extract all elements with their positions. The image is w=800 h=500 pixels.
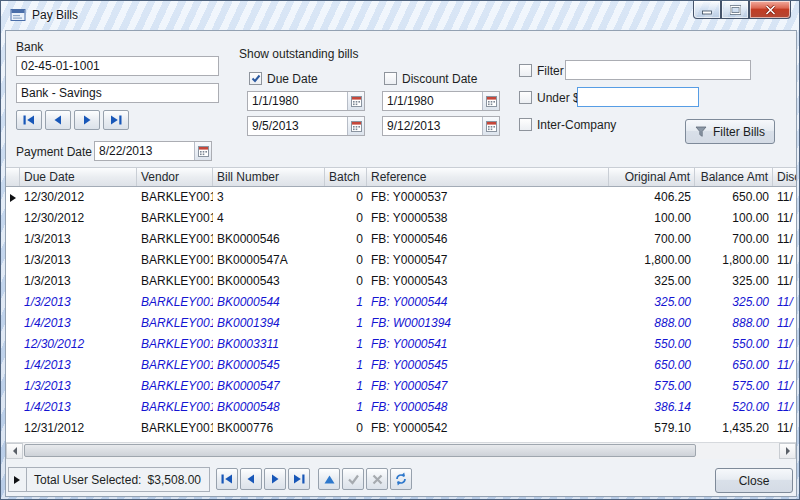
- cell-orig: 575.00: [609, 376, 695, 397]
- discount-from-calendar-button[interactable]: [482, 92, 499, 110]
- column-header-orig[interactable]: Original Amt: [609, 168, 695, 186]
- bank-account-input[interactable]: [16, 56, 219, 76]
- cell-bal: 650.00: [695, 355, 773, 376]
- cell-vendor: BARKLEY001: [137, 208, 213, 229]
- table-row[interactable]: 1/4/2013BARKLEY001BK00005481FB: Y0000548…: [6, 397, 796, 418]
- discount-date-checkbox[interactable]: Discount Date: [384, 71, 477, 86]
- cell-bal: 650.00: [695, 187, 773, 208]
- table-row[interactable]: 1/3/2013BARKLEY001BK0000547A0FB: Y000054…: [6, 250, 796, 271]
- grid-record-nav: [216, 468, 412, 490]
- cell-bill: BK0000547: [213, 376, 325, 397]
- scrollbar-thumb[interactable]: [24, 444, 696, 457]
- table-row[interactable]: 12/31/2012BARKLEY001BK0007760FB: Y000054…: [6, 418, 796, 439]
- bank-first-button[interactable]: [16, 110, 42, 130]
- maximize-button[interactable]: [721, 1, 749, 19]
- prior-record-icon: [244, 473, 258, 485]
- prior-record-icon: [51, 114, 65, 126]
- scroll-left-button[interactable]: [6, 443, 23, 459]
- bank-name-input[interactable]: [16, 83, 219, 103]
- column-header-batch[interactable]: Batch: [325, 168, 367, 186]
- cell-bal: 550.00: [695, 334, 773, 355]
- scroll-right-button[interactable]: [779, 443, 796, 459]
- filter-bills-label: Filter Bills: [713, 125, 765, 139]
- row-marker-cell: [6, 313, 20, 334]
- cell-due: 1/3/2013: [20, 376, 137, 397]
- under-amount-input[interactable]: [577, 87, 699, 107]
- filter-checkbox[interactable]: Filter: [519, 63, 564, 78]
- discount-to-calendar-button[interactable]: [482, 117, 499, 135]
- bank-prior-button[interactable]: [45, 110, 71, 130]
- row-marker-cell: [6, 355, 20, 376]
- table-row[interactable]: 1/3/2013BARKLEY001BK00005430FB: Y0000543…: [6, 271, 796, 292]
- grid-refresh-button[interactable]: [390, 468, 412, 490]
- filter-input[interactable]: [565, 60, 751, 80]
- bank-last-button[interactable]: [103, 110, 129, 130]
- grid-first-button[interactable]: [216, 468, 238, 490]
- table-row[interactable]: 1/3/2013BARKLEY001BK00005441FB: Y0000544…: [6, 292, 796, 313]
- cell-vendor: BARKLEY001: [137, 271, 213, 292]
- cell-orig: 650.00: [609, 355, 695, 376]
- cell-due: 1/4/2013: [20, 355, 137, 376]
- due-to-calendar-button[interactable]: [347, 117, 364, 135]
- calendar-icon: [351, 96, 362, 107]
- grid-post-button[interactable]: [342, 468, 364, 490]
- cell-disc: 11/: [773, 376, 796, 397]
- row-marker-cell: [6, 397, 20, 418]
- cell-orig: 579.10: [609, 418, 695, 439]
- table-row[interactable]: 1/4/2013BARKLEY001BK00013941FB: W0001394…: [6, 313, 796, 334]
- cell-ref: FB: Y0000542: [367, 418, 609, 439]
- bank-record-nav: [16, 110, 129, 130]
- table-row[interactable]: 1/3/2013BARKLEY001BK00005471FB: Y0000547…: [6, 376, 796, 397]
- minimize-button[interactable]: [693, 1, 721, 19]
- table-row[interactable]: 1/4/2013BARKLEY001BK00005451FB: Y0000545…: [6, 355, 796, 376]
- cell-orig: 386.14: [609, 397, 695, 418]
- calendar-icon: [198, 146, 209, 157]
- outstanding-group-label: Show outstanding bills: [239, 47, 358, 61]
- cancel-x-icon: [372, 474, 383, 485]
- window-controls: [693, 1, 791, 19]
- cell-batch: 1: [325, 397, 367, 418]
- edit-record-icon: [323, 474, 336, 485]
- under-checkbox[interactable]: Under $: [519, 90, 580, 105]
- close-button[interactable]: Close: [715, 468, 793, 493]
- table-row[interactable]: 12/30/2012BARKLEY00140FB: Y0000538100.00…: [6, 208, 796, 229]
- filter-label: Filter: [537, 64, 564, 78]
- close-window-button[interactable]: [749, 1, 791, 19]
- grid-last-button[interactable]: [288, 468, 310, 490]
- column-header-vendor[interactable]: Vendor: [137, 168, 213, 186]
- column-header-due[interactable]: Due Date: [20, 168, 137, 186]
- post-check-icon: [347, 474, 360, 485]
- row-marker-cell: [6, 271, 20, 292]
- column-header-disc[interactable]: Disc: [773, 168, 796, 186]
- checkbox-box: [249, 72, 262, 85]
- grid-prior-button[interactable]: [240, 468, 262, 490]
- inter-company-checkbox[interactable]: Inter-Company: [519, 117, 616, 132]
- table-row[interactable]: 12/30/2012BARKLEY00130FB: Y0000537406.25…: [6, 187, 796, 208]
- cell-bill: 4: [213, 208, 325, 229]
- column-header-bill[interactable]: Bill Number: [213, 168, 325, 186]
- last-record-icon: [292, 473, 306, 485]
- payment-date-calendar-button[interactable]: [194, 142, 211, 160]
- horizontal-scrollbar[interactable]: [6, 442, 796, 459]
- cell-bal: 888.00: [695, 313, 773, 334]
- cell-bill: BK0000544: [213, 292, 325, 313]
- grid-edit-button[interactable]: [318, 468, 340, 490]
- table-row[interactable]: 1/3/2013BARKLEY001BK00005460FB: Y0000546…: [6, 229, 796, 250]
- cell-disc: 11/: [773, 187, 796, 208]
- column-header-ref[interactable]: Reference: [367, 168, 609, 186]
- due-from-calendar-button[interactable]: [347, 92, 364, 110]
- cell-disc: 11/: [773, 271, 796, 292]
- bank-next-button[interactable]: [74, 110, 100, 130]
- cell-ref: FB: Y0000548: [367, 397, 609, 418]
- grid-cancel-button[interactable]: [366, 468, 388, 490]
- cell-due: 12/31/2012: [20, 418, 137, 439]
- due-date-checkbox[interactable]: Due Date: [249, 71, 318, 86]
- table-row[interactable]: 12/30/2012BARKLEY001BK00033111FB: Y00005…: [6, 334, 796, 355]
- column-header-bal[interactable]: Balance Amt: [695, 168, 773, 186]
- scrollbar-track[interactable]: [23, 443, 779, 459]
- cell-bal: 520.00: [695, 397, 773, 418]
- filter-bills-button[interactable]: Filter Bills: [685, 119, 775, 144]
- cell-bill: BK0000548: [213, 397, 325, 418]
- cell-batch: 0: [325, 208, 367, 229]
- grid-next-button[interactable]: [264, 468, 286, 490]
